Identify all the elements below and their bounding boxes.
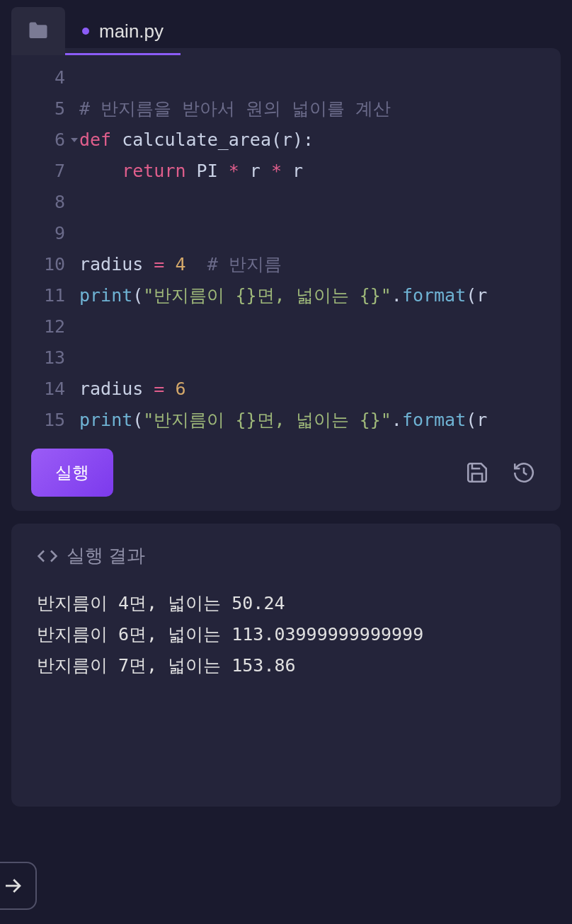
code-line[interactable]: 5# 반지름을 받아서 원의 넓이를 계산 [11,93,561,125]
line-number: 11 [11,280,79,311]
code-content[interactable] [79,62,561,93]
line-number: 5 [11,93,79,125]
line-number: 13 [11,342,79,374]
code-editor[interactable]: 45# 반지름을 받아서 원의 넓이를 계산6def calculate_are… [11,62,561,436]
line-number: 14 [11,374,79,405]
line-number: 4 [11,62,79,93]
code-content[interactable] [79,342,561,374]
editor-toolbar: 실행 [11,436,561,497]
output-panel: 실행 결과 반지름이 4면, 넓이는 50.24 반지름이 6면, 넓이는 11… [11,524,561,807]
code-line[interactable]: 7 return PI * r * r [11,156,561,187]
fold-icon[interactable] [71,138,78,142]
arrow-right-icon [2,875,23,896]
output-header: 실행 결과 [37,543,535,568]
code-icon [37,545,58,567]
code-content[interactable]: # 반지름을 받아서 원의 넓이를 계산 [79,93,561,125]
save-icon [465,461,489,485]
code-line[interactable]: 4 [11,62,561,93]
line-number: 9 [11,218,79,249]
history-button[interactable] [507,456,541,490]
save-button[interactable] [460,456,494,490]
tab-filename: main.py [99,21,164,42]
modified-indicator-icon [82,28,89,35]
line-number: 10 [11,249,79,280]
line-number: 8 [11,187,79,218]
code-content[interactable]: radius = 4 # 반지름 [79,249,561,280]
code-line[interactable]: 12 [11,311,561,342]
history-icon [512,461,536,485]
code-content[interactable] [79,311,561,342]
line-number: 7 [11,156,79,187]
editor-container: 45# 반지름을 받아서 원의 넓이를 계산6def calculate_are… [11,48,561,511]
code-line[interactable]: 11print("반지름이 {}면, 넓이는 {}".format(r [11,280,561,311]
code-line[interactable]: 8 [11,187,561,218]
tabs-bar: main.py [0,0,572,40]
line-number: 12 [11,311,79,342]
folder-icon [28,22,49,40]
code-content[interactable]: radius = 6 [79,374,561,405]
line-number: 6 [11,125,79,156]
code-line[interactable]: 14radius = 6 [11,374,561,405]
output-content: 반지름이 4면, 넓이는 50.24 반지름이 6면, 넓이는 113.0399… [37,588,535,681]
code-line[interactable]: 10radius = 4 # 반지름 [11,249,561,280]
code-content[interactable]: def calculate_area(r): [79,125,561,156]
code-content[interactable]: print("반지름이 {}면, 넓이는 {}".format(r [79,405,561,436]
code-line[interactable]: 9 [11,218,561,249]
code-content[interactable] [79,187,561,218]
folder-tab[interactable] [11,7,65,55]
output-title: 실행 결과 [67,543,145,568]
code-line[interactable]: 6def calculate_area(r): [11,125,561,156]
line-number: 15 [11,405,79,436]
code-content[interactable] [79,218,561,249]
next-button[interactable] [0,862,37,910]
code-content[interactable]: return PI * r * r [79,156,561,187]
code-line[interactable]: 13 [11,342,561,374]
code-line[interactable]: 15print("반지름이 {}면, 넓이는 {}".format(r [11,405,561,436]
file-tab-main[interactable]: main.py [65,7,181,55]
code-content[interactable]: print("반지름이 {}면, 넓이는 {}".format(r [79,280,561,311]
run-button[interactable]: 실행 [31,449,113,497]
